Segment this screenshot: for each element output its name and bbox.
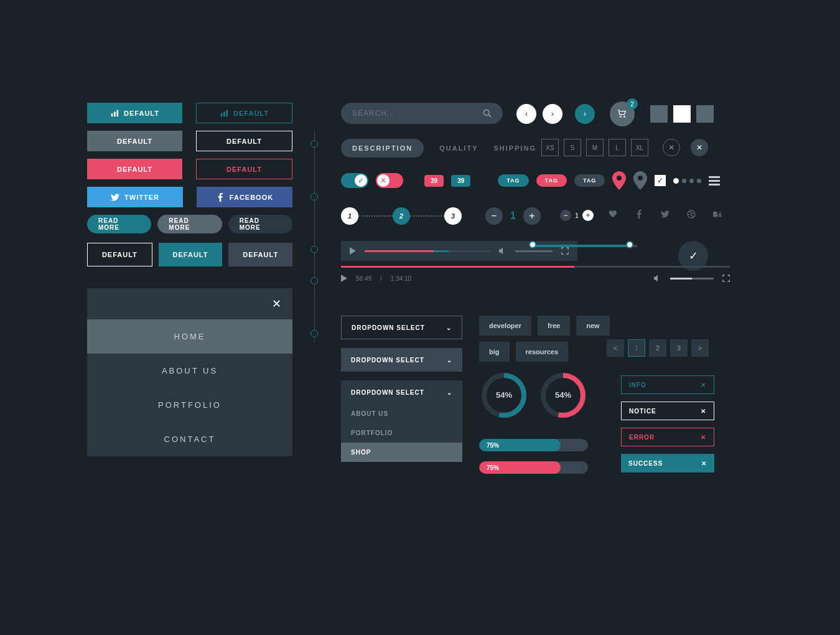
dribbble-icon[interactable] (687, 210, 696, 219)
range-slider[interactable] (531, 245, 637, 247)
timeline-dot[interactable] (310, 330, 318, 337)
default-square-outline[interactable]: DEFAULT (87, 243, 152, 266)
close-icon[interactable]: ✕ (701, 460, 707, 467)
page-3[interactable]: 3 (670, 339, 688, 357)
heart-icon[interactable] (609, 210, 617, 219)
dropdown-item-about[interactable]: ABOUT US (341, 404, 462, 423)
decrement-button[interactable]: − (485, 207, 503, 225)
tag-free[interactable]: free (538, 316, 570, 336)
color-swatch-white[interactable] (673, 105, 691, 123)
increment-button[interactable]: + (523, 207, 541, 225)
tag-big[interactable]: big (479, 342, 510, 362)
close-button-filled[interactable]: ✕ (691, 139, 708, 156)
next-button-teal[interactable]: › (575, 104, 595, 124)
cart-button[interactable]: 2 (610, 101, 635, 126)
default-button-white-outline[interactable]: DEFAULT (196, 131, 292, 151)
facebook-button[interactable]: FACEBOOK (197, 187, 292, 207)
page-prev[interactable]: < (607, 339, 624, 357)
checkbox[interactable]: ✓ (655, 175, 666, 186)
twitter-button[interactable]: TWITTER (87, 187, 183, 207)
close-icon[interactable]: ✕ (701, 408, 706, 415)
tag-teal[interactable]: TAG (498, 174, 528, 187)
close-icon[interactable]: ✕ (87, 288, 292, 319)
default-button-pink[interactable]: DEFAULT (87, 159, 182, 179)
map-pin-icon-gray[interactable] (633, 171, 647, 190)
progress-bar[interactable] (365, 250, 490, 252)
size-m[interactable]: M (586, 139, 604, 156)
step-2[interactable]: 2 (393, 207, 410, 225)
close-icon[interactable]: ✕ (701, 382, 706, 388)
timeline-dot[interactable] (310, 140, 318, 148)
default-square-teal[interactable]: DEFAULT (159, 243, 223, 266)
progress-pink: 75% (479, 461, 588, 474)
tab-quality[interactable]: QUALITY (439, 144, 478, 152)
tag-developer[interactable]: developer (479, 316, 531, 336)
tab-shipping[interactable]: SHIPPING (493, 144, 536, 152)
size-xs[interactable]: XS (541, 139, 559, 156)
default-button-gray[interactable]: DEFAULT (87, 131, 182, 151)
timeline-dot[interactable] (310, 277, 318, 285)
fullscreen-icon[interactable] (722, 274, 730, 283)
toggle-on[interactable]: ✓ (341, 173, 368, 188)
dropdown-item-portfolio[interactable]: PORTFOLIO (341, 423, 462, 443)
mini-increment[interactable]: + (582, 210, 594, 221)
dropdown-item-shop[interactable]: SHOP (341, 443, 462, 462)
slider-handle-start[interactable] (529, 241, 536, 248)
color-swatch-gray[interactable] (650, 105, 668, 123)
close-button-outline[interactable]: ✕ (663, 139, 680, 156)
nav-item-portfolio[interactable]: PORTFOLIO (87, 388, 292, 422)
default-button-pink-outline[interactable]: DEFAULT (196, 159, 292, 179)
tab-description[interactable]: DESCRIPTION (341, 139, 424, 158)
prev-button[interactable]: ‹ (516, 104, 536, 124)
tag-gray[interactable]: TAG (574, 174, 605, 187)
fullscreen-icon[interactable] (561, 247, 569, 255)
next-button[interactable]: › (543, 104, 562, 124)
close-icon[interactable]: ✕ (701, 434, 706, 441)
twitter-icon[interactable] (661, 210, 670, 219)
dropdown-outline[interactable]: DROPDOWN SELECT⌄ (341, 316, 462, 339)
nav-item-contact[interactable]: CONTACT (87, 422, 292, 456)
volume-icon[interactable] (499, 247, 506, 255)
play-icon[interactable] (341, 275, 347, 282)
hamburger-icon[interactable] (709, 176, 720, 186)
nav-item-home[interactable]: HOME (87, 319, 292, 354)
default-button-teal-outline[interactable]: DEFAULT (196, 103, 292, 123)
readmore-pill-gray[interactable]: READ MORE (157, 215, 222, 233)
facebook-icon[interactable] (635, 210, 643, 219)
size-s[interactable]: S (564, 139, 581, 156)
volume-icon[interactable] (654, 274, 661, 283)
size-xl[interactable]: XL (631, 139, 648, 156)
volume-slider[interactable] (515, 250, 553, 252)
readmore-pill-dark[interactable]: READ MORE (228, 215, 292, 233)
carousel-dots[interactable] (673, 178, 701, 184)
volume-slider[interactable] (670, 278, 714, 280)
play-icon[interactable] (350, 247, 356, 255)
step-3[interactable]: 3 (444, 207, 462, 225)
map-pin-icon[interactable] (612, 171, 626, 190)
step-1[interactable]: 1 (341, 207, 358, 225)
tag-label: TAG (545, 177, 558, 184)
timeline-dot[interactable] (310, 246, 318, 253)
timeline-dot[interactable] (310, 193, 318, 200)
nav-item-about[interactable]: ABOUT US (87, 354, 292, 388)
tag-new[interactable]: new (576, 316, 609, 336)
dropdown-filled[interactable]: DROPDOWN SELECT⌄ (341, 348, 462, 372)
default-square-gray[interactable]: DEFAULT (228, 243, 292, 266)
progress-bar[interactable] (341, 266, 730, 268)
readmore-pill-teal[interactable]: READ MORE (87, 215, 151, 233)
page-next[interactable]: > (691, 339, 709, 357)
page-1[interactable]: 1 (628, 339, 645, 357)
behance-icon[interactable] (713, 210, 722, 219)
size-l[interactable]: L (609, 139, 626, 156)
mini-decrement[interactable]: − (560, 210, 571, 221)
search-input[interactable]: SEARCH... (341, 103, 503, 124)
tag-resources[interactable]: resources (516, 342, 569, 362)
color-swatch-gray2[interactable] (696, 105, 714, 123)
default-button-teal[interactable]: DEFAULT (87, 103, 182, 123)
page-2[interactable]: 2 (649, 339, 666, 357)
tag-pink[interactable]: TAG (536, 174, 567, 187)
toggle-off[interactable]: ✕ (376, 173, 403, 188)
progress-teal: 75% (479, 439, 588, 451)
dropdown-header[interactable]: DROPDOWN SELECT⌄ (341, 380, 462, 404)
slider-handle-end[interactable] (626, 241, 633, 248)
